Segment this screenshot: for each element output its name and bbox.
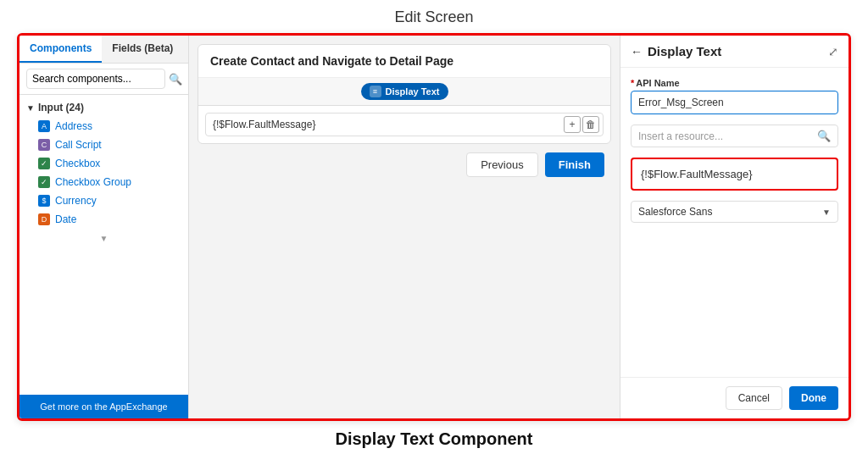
sidebar-item-checkbox[interactable]: ✓ Checkbox: [19, 154, 188, 173]
input-group-label: Input (24): [38, 102, 84, 114]
sidebar-item-date-label: Date: [55, 213, 76, 225]
bottom-caption: Display Text Component: [336, 421, 533, 454]
required-indicator: *: [631, 78, 634, 88]
previous-button[interactable]: Previous: [466, 152, 538, 177]
sidebar-item-checkbox-label: Checkbox: [55, 158, 100, 169]
sidebar-item-currency[interactable]: $ Currency: [19, 191, 188, 210]
flow-message-box[interactable]: {!$Flow.FaultMessage}: [631, 158, 838, 191]
sidebar-search-container: 🔍: [19, 64, 188, 95]
resource-search-input[interactable]: [638, 130, 812, 142]
field-add-button[interactable]: +: [564, 116, 581, 133]
field-actions: + 🗑: [560, 114, 603, 136]
cancel-button[interactable]: Cancel: [726, 386, 782, 410]
date-icon: D: [38, 213, 50, 225]
sidebar-item-checkbox-group[interactable]: ✓ Checkbox Group: [19, 173, 188, 191]
sidebar-item-date[interactable]: D Date: [19, 210, 188, 229]
expand-icon[interactable]: ⤢: [828, 45, 838, 58]
right-panel-body: *API Name 🔍 {!$Flow.FaultMessage} Salesf…: [620, 68, 849, 377]
outer-container: Edit Screen Components Fields (Beta) 🔍 ▼…: [0, 0, 868, 454]
input-group-header[interactable]: ▼ Input (24): [19, 98, 188, 117]
font-value: Salesforce Sans: [638, 206, 712, 218]
screen-card-header: Create Contact and Navigate to Detail Pa…: [198, 45, 610, 78]
resource-search: 🔍: [631, 125, 838, 147]
font-selector[interactable]: Salesforce Sans ▼: [631, 201, 838, 223]
back-arrow-icon[interactable]: ←: [631, 45, 643, 58]
checkbox-group-icon: ✓: [38, 176, 50, 188]
address-icon: A: [38, 120, 50, 132]
page-title: Edit Screen: [394, 8, 473, 26]
right-panel: ← Display Text ⤢ *API Name 🔍 {!$Flow.Fau…: [620, 36, 849, 418]
search-input[interactable]: [26, 69, 165, 89]
screen-field-area: {!$Flow.FaultMessage} + 🗑: [198, 106, 610, 143]
canvas-footer: Previous Finish: [198, 144, 611, 185]
right-panel-header: ← Display Text ⤢: [620, 36, 849, 68]
screen-title: Create Contact and Navigate to Detail Pa…: [210, 54, 453, 68]
search-icon: 🔍: [169, 73, 182, 86]
right-panel-title: Display Text: [648, 44, 721, 58]
sidebar-item-address-label: Address: [55, 120, 92, 132]
screen-card: Create Contact and Navigate to Detail Pa…: [198, 44, 611, 144]
resource-search-icon: 🔍: [817, 130, 831, 142]
call-script-icon: C: [38, 139, 50, 151]
api-name-field: *API Name: [631, 78, 838, 114]
sidebar-item-address[interactable]: A Address: [19, 117, 188, 136]
display-text-badge[interactable]: ≡ Display Text: [361, 83, 448, 100]
dropdown-arrow-icon: ▼: [822, 208, 831, 217]
scroll-indicator: ▼: [19, 232, 188, 245]
chevron-down-icon: ▼: [26, 103, 35, 113]
sidebar-item-currency-label: Currency: [55, 195, 97, 207]
sidebar: Components Fields (Beta) 🔍 ▼ Input (24) …: [19, 36, 189, 418]
tab-components[interactable]: Components: [19, 36, 102, 63]
api-name-input[interactable]: [631, 91, 838, 114]
field-value: {!$Flow.FaultMessage}: [206, 114, 560, 136]
right-panel-back: ← Display Text: [631, 44, 721, 58]
sidebar-item-checkbox-group-label: Checkbox Group: [55, 176, 131, 188]
display-text-badge-label: Display Text: [386, 86, 440, 97]
main-card: Components Fields (Beta) 🔍 ▼ Input (24) …: [17, 33, 851, 421]
canvas: Create Contact and Navigate to Detail Pa…: [189, 36, 620, 418]
checkbox-icon: ✓: [38, 158, 50, 169]
display-text-tab: ≡ Display Text: [198, 78, 610, 106]
finish-button[interactable]: Finish: [545, 152, 604, 177]
done-button[interactable]: Done: [789, 386, 838, 410]
tab-fields[interactable]: Fields (Beta): [102, 36, 183, 63]
sidebar-item-call-script[interactable]: C Call Script: [19, 136, 188, 154]
sidebar-tabs: Components Fields (Beta): [19, 36, 188, 64]
sidebar-item-call-label: Call Script: [55, 139, 102, 151]
currency-icon: $: [38, 195, 50, 207]
field-row: {!$Flow.FaultMessage} + 🗑: [205, 113, 604, 136]
appexchange-button[interactable]: Get more on the AppExchange: [19, 395, 188, 418]
input-group: ▼ Input (24) A Address C Call Script ✓ C…: [19, 95, 188, 232]
right-panel-footer: Cancel Done: [620, 377, 849, 418]
display-text-badge-icon: ≡: [370, 86, 381, 97]
field-delete-button[interactable]: 🗑: [582, 116, 599, 133]
api-name-label: *API Name: [631, 78, 838, 88]
